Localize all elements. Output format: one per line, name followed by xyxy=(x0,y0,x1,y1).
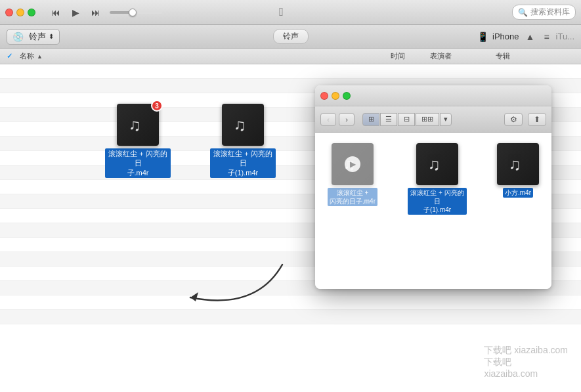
finder-music-note-icon: ♫ xyxy=(425,152,449,176)
ringtone-selector-label: 铃声 xyxy=(29,31,46,43)
finder-file-item[interactable]: ♫ 小方.m4r xyxy=(497,143,539,198)
forward-button[interactable]: ⏭ xyxy=(89,6,103,19)
finder-icon-wrap: ♫ ▶ xyxy=(332,143,374,185)
music-note-icon: ♫ xyxy=(126,113,150,137)
progress-slider[interactable] xyxy=(110,11,162,14)
rewind-button[interactable]: ⏮ xyxy=(49,6,63,19)
itunes-files-area: ♫ 3 滚滚红尘 + 闪亮的日子.m4r ♫ 滚滚红尘 + 闪亮的日子(1). xyxy=(105,104,276,178)
col-time[interactable]: 时间 xyxy=(391,51,430,61)
drag-arrow xyxy=(151,258,295,313)
finder-file-item[interactable]: ♫ 滚滚红尘 + 闪亮的日子(1).m4r xyxy=(408,143,467,215)
play-button[interactable]: ▶ xyxy=(70,6,82,19)
iphone-icon: 📱 xyxy=(477,32,488,42)
toolbar-row: 💿 铃声 ⬍ 铃声 📱 iPhone ▲ ≡ iTu... xyxy=(0,25,581,49)
disk-icon: 💿 xyxy=(12,32,24,42)
dropdown-arrow-icon: ⬍ xyxy=(49,33,54,40)
column-headers: ✓ 名称 ▲ 时间 表演者 专辑 xyxy=(0,49,581,64)
finder-file-label: 小方.m4r xyxy=(503,188,533,198)
svg-text:♫: ♫ xyxy=(234,116,246,134)
finder-file-label: 滚滚红尘 + 闪亮的日子(1).m4r xyxy=(408,188,467,215)
file-icon-wrap: ♫ 3 xyxy=(117,104,159,146)
ringtone-center-label: 铃声 xyxy=(273,29,309,44)
finder-music-note-icon: ♫ xyxy=(506,152,530,176)
iphone-section: 📱 iPhone ▲ ≡ iTu... xyxy=(477,30,574,43)
view-list-button[interactable]: ☰ xyxy=(380,113,397,126)
minimize-button[interactable] xyxy=(16,9,24,16)
search-box[interactable]: 🔍 搜索资料库 xyxy=(512,5,576,20)
play-circle: ▶ xyxy=(345,156,360,172)
window-controls xyxy=(5,9,35,16)
finder-icon-wrap: ♫ xyxy=(497,143,539,185)
finder-forward-button[interactable]: › xyxy=(339,113,355,126)
finder-window-controls xyxy=(320,92,351,100)
finder-close-button[interactable] xyxy=(320,92,328,100)
col-name[interactable]: 名称 ▲ xyxy=(20,51,391,61)
svg-text:♫: ♫ xyxy=(509,155,521,173)
itunes-file-item[interactable]: ♫ 3 滚滚红尘 + 闪亮的日子.m4r xyxy=(105,104,171,178)
file-icon-wrap: ♫ xyxy=(222,104,264,146)
sort-arrow-icon: ▲ xyxy=(37,53,43,60)
finder-window: ‹ › ⊞ ☰ ⊟ ⊞⊞ ▾ ⚙ ⬆ ♫ ▶ 滚滚 xyxy=(315,85,551,289)
progress-thumb[interactable] xyxy=(129,9,137,16)
list-button[interactable]: ≡ xyxy=(541,30,551,43)
finder-icon-wrap: ♫ xyxy=(416,143,458,185)
finder-back-button[interactable]: ‹ xyxy=(320,113,336,126)
play-overlay: ▶ xyxy=(332,143,374,185)
list-row xyxy=(0,64,581,79)
iphone-label: iPhone xyxy=(492,32,519,41)
itunes-file-item[interactable]: ♫ 滚滚红尘 + 闪亮的日子(1).m4r xyxy=(210,104,276,178)
finder-minimize-button[interactable] xyxy=(332,92,339,100)
finder-maximize-button[interactable] xyxy=(343,92,351,100)
playback-controls: ⏮ ▶ ⏭ xyxy=(49,6,162,19)
finder-title-bar xyxy=(315,85,551,106)
eject-button[interactable]: ▲ xyxy=(523,30,538,43)
title-bar: ⏮ ▶ ⏭  🔍 搜索资料库 xyxy=(0,0,581,25)
svg-marker-2 xyxy=(190,292,198,301)
file-label: 滚滚红尘 + 闪亮的日子(1).m4r xyxy=(210,148,276,178)
finder-file-label: 滚滚红尘 +闪亮的日子.m4r xyxy=(328,188,377,206)
music-note-icon: ♫ xyxy=(231,113,255,137)
view-coverflow-button[interactable]: ⊞⊞ xyxy=(416,113,439,126)
itunes-label: iTu... xyxy=(556,32,574,41)
close-button[interactable] xyxy=(5,9,13,16)
ringtone-selector[interactable]: 💿 铃声 ⬍ xyxy=(7,29,60,45)
finder-action-button[interactable]: ⚙ xyxy=(504,113,523,126)
col-check: ✓ xyxy=(7,52,20,60)
finder-file-item[interactable]: ♫ ▶ 滚滚红尘 +闪亮的日子.m4r xyxy=(328,143,377,206)
finder-share-button[interactable]: ⬆ xyxy=(528,113,546,126)
finder-music-bg: ♫ xyxy=(497,143,539,185)
search-placeholder: 搜索资料库 xyxy=(530,7,570,18)
badge-count: 3 xyxy=(151,100,163,112)
col-album[interactable]: 专辑 xyxy=(496,51,574,61)
view-dropdown-button[interactable]: ▾ xyxy=(440,113,452,126)
col-artist[interactable]: 表演者 xyxy=(430,51,496,61)
view-column-button[interactable]: ⊟ xyxy=(398,113,415,126)
maximize-button[interactable] xyxy=(28,9,35,16)
search-icon: 🔍 xyxy=(518,8,528,17)
view-buttons: ⊞ ☰ ⊟ ⊞⊞ ▾ xyxy=(362,113,452,126)
svg-text:♫: ♫ xyxy=(428,155,441,173)
watermark: 下载吧 xiazaiba.com 下载吧xiazaiba.com xyxy=(484,345,568,379)
music-icon-bg: ♫ xyxy=(222,104,264,146)
finder-music-bg: ♫ xyxy=(416,143,458,185)
file-label: 滚滚红尘 + 闪亮的日子.m4r xyxy=(105,148,171,178)
finder-toolbar: ‹ › ⊞ ☰ ⊟ ⊞⊞ ▾ ⚙ ⬆ xyxy=(315,106,551,133)
svg-text:♫: ♫ xyxy=(129,116,141,134)
view-icon-button[interactable]: ⊞ xyxy=(362,113,379,126)
finder-content: ♫ ▶ 滚滚红尘 +闪亮的日子.m4r ♫ 滚滚红尘 + 闪亮的日子(1).m4… xyxy=(315,133,551,289)
apple-logo:  xyxy=(279,5,284,19)
